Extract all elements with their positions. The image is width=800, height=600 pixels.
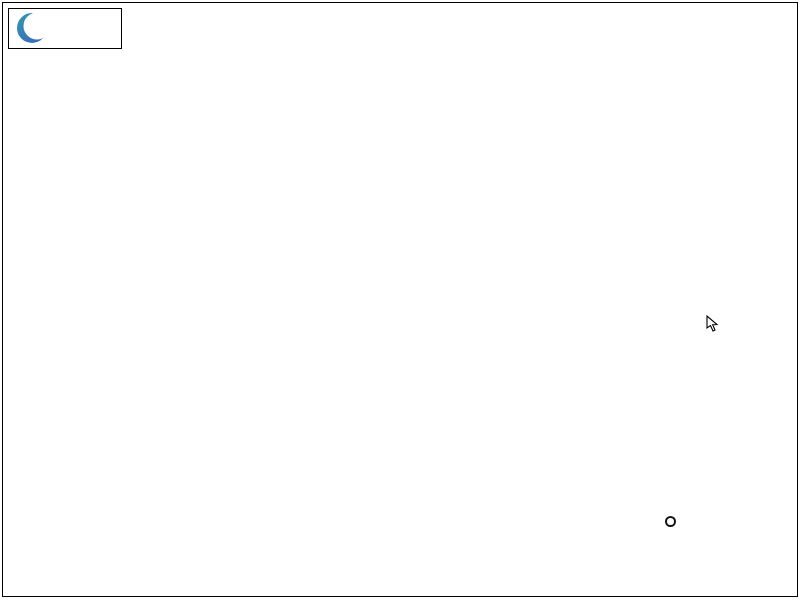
lowell-digisonde-logo xyxy=(8,8,122,49)
skymap-window xyxy=(0,0,800,600)
window-frame xyxy=(2,2,798,597)
circle-icon xyxy=(665,516,676,527)
legend-negative xyxy=(665,516,684,527)
mouse-cursor-icon xyxy=(706,315,720,333)
crescent-icon xyxy=(11,10,51,47)
doppler-colorbar xyxy=(595,341,611,580)
station-header xyxy=(394,7,794,23)
